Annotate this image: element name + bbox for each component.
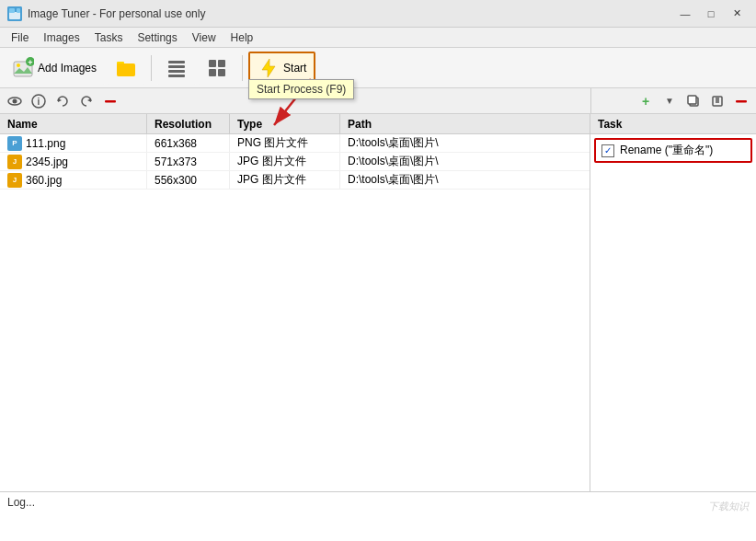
svg-rect-11: [117, 63, 135, 76]
svg-rect-12: [168, 61, 185, 63]
copy-task-button[interactable]: [682, 91, 704, 111]
svg-point-22: [13, 98, 17, 103]
maximize-button[interactable]: □: [699, 4, 723, 24]
remove-task-button[interactable]: [730, 91, 752, 111]
svg-rect-19: [218, 69, 225, 76]
svg-rect-16: [209, 60, 216, 67]
rotate-left-icon: [55, 94, 70, 109]
row-path-1: D:\tools\桌面\图片\: [340, 153, 590, 170]
file-list-area: Name Resolution Type Path P 111.png 661x…: [0, 114, 590, 491]
svg-marker-25: [58, 98, 62, 102]
app-title: Image Tuner - For personal use only: [28, 7, 673, 20]
paste-icon: [711, 95, 724, 108]
close-button[interactable]: ✕: [725, 4, 749, 24]
svg-marker-20: [262, 59, 275, 77]
row-type-2: JPG 图片文件: [230, 171, 340, 189]
svg-rect-1: [9, 12, 20, 19]
svg-rect-13: [168, 65, 185, 68]
svg-rect-27: [105, 100, 116, 103]
table-row[interactable]: J 2345.jpg 571x373 JPG 图片文件 D:\tools\桌面\…: [0, 153, 590, 171]
remove-task-icon: [734, 94, 749, 109]
grid-view-icon: [206, 57, 228, 79]
svg-rect-34: [736, 100, 747, 103]
menu-tasks[interactable]: Tasks: [87, 28, 131, 47]
log-text: Log...: [7, 496, 35, 509]
rotate-right-button[interactable]: [75, 91, 97, 111]
list-view-icon: [166, 57, 188, 79]
task-checkbox-rename[interactable]: [601, 144, 614, 157]
list-view-button[interactable]: [157, 52, 196, 85]
folder-icon: [115, 57, 137, 79]
svg-point-5: [17, 63, 20, 67]
remove-button[interactable]: [99, 91, 121, 111]
table-row[interactable]: J 360.jpg 556x300 JPG 图片文件 D:\tools\桌面\图…: [0, 171, 590, 190]
info-button[interactable]: i: [28, 91, 50, 111]
main-content: Name Resolution Type Path P 111.png 661x…: [0, 114, 756, 491]
task-panel-body: Rename ("重命名"): [590, 134, 756, 491]
right-secondary-toolbar: + ▼: [590, 88, 756, 113]
row-res-1: 571x373: [147, 153, 230, 170]
svg-rect-3: [17, 8, 20, 13]
task-panel-header: Task: [590, 114, 756, 134]
add-images-label: Add Images: [38, 62, 97, 75]
col-header-path: Path: [340, 114, 590, 133]
eye-icon: [7, 94, 22, 109]
lightning-icon: [258, 57, 280, 79]
add-task-button[interactable]: +: [635, 91, 657, 111]
separator-2: [242, 55, 243, 81]
row-name-2: J 360.jpg: [0, 171, 147, 189]
watermark: 下载知识: [708, 500, 749, 513]
svg-text:i: i: [38, 97, 40, 107]
svg-rect-29: [688, 96, 696, 104]
row-type-0: PNG 图片文件: [230, 134, 340, 152]
secondary-toolbar: i + ▼: [0, 88, 756, 114]
svg-text:+: +: [28, 57, 32, 66]
open-folder-button[interactable]: [107, 52, 145, 85]
file-list-rows: P 111.png 661x368 PNG 图片文件 D:\tools\桌面\图…: [0, 134, 590, 491]
title-bar: Image Tuner - For personal use only — □ …: [0, 0, 756, 28]
row-name-1: J 2345.jpg: [0, 153, 147, 170]
add-images-icon: +: [12, 57, 34, 79]
task-item-rename[interactable]: Rename ("重命名"): [594, 138, 752, 163]
menu-help[interactable]: Help: [223, 28, 261, 47]
remove-icon: [103, 94, 118, 109]
menu-file[interactable]: File: [4, 28, 36, 47]
svg-rect-17: [218, 60, 225, 67]
col-header-type: Type: [230, 114, 340, 133]
file-list-header: Name Resolution Type Path: [0, 114, 590, 134]
col-header-resolution: Resolution: [147, 114, 230, 133]
col-header-name: Name: [0, 114, 147, 133]
separator-1: [151, 55, 152, 81]
file-icon-jpg-2: J: [7, 173, 22, 188]
task-dropdown-button[interactable]: ▼: [659, 91, 681, 111]
svg-marker-26: [87, 98, 91, 102]
main-toolbar: + Add Images St: [0, 48, 756, 88]
row-type-1: JPG 图片文件: [230, 153, 340, 170]
row-path-2: D:\tools\桌面\图片\: [340, 171, 590, 189]
menu-settings[interactable]: Settings: [130, 28, 184, 47]
rotate-right-icon: [79, 94, 94, 109]
row-name-0: P 111.png: [0, 134, 147, 152]
table-row[interactable]: P 111.png 661x368 PNG 图片文件 D:\tools\桌面\图…: [0, 134, 590, 153]
minimize-button[interactable]: —: [673, 4, 697, 24]
rotate-left-button[interactable]: [52, 91, 74, 111]
preview-button[interactable]: [4, 91, 26, 111]
row-path-0: D:\tools\桌面\图片\: [340, 134, 590, 152]
grid-view-button[interactable]: [198, 52, 236, 85]
log-area: Log...: [0, 491, 756, 541]
row-res-0: 661x368: [147, 134, 230, 152]
add-images-button[interactable]: + Add Images: [4, 52, 105, 85]
svg-rect-15: [168, 75, 185, 77]
tooltip-container: Start Process (F9): [248, 79, 354, 99]
menu-bar: File Images Tasks Settings View Help: [0, 28, 756, 48]
tooltip-box: Start Process (F9): [248, 79, 354, 99]
window-controls: — □ ✕: [673, 4, 749, 24]
file-icon-png: P: [7, 136, 22, 151]
paste-task-button[interactable]: [706, 91, 728, 111]
menu-images[interactable]: Images: [36, 28, 86, 47]
svg-rect-2: [9, 8, 15, 13]
file-icon-jpg: J: [7, 155, 22, 169]
task-label-rename: Rename ("重命名"): [620, 143, 713, 158]
info-icon: i: [31, 94, 46, 109]
menu-view[interactable]: View: [185, 28, 223, 47]
